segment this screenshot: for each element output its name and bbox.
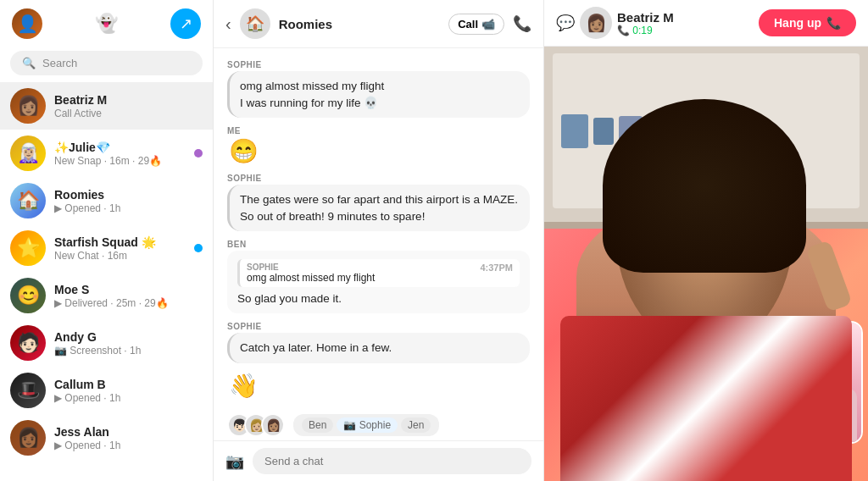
search-placeholder: Search bbox=[42, 57, 77, 69]
message-sender: BEN bbox=[227, 240, 530, 249]
contact-status: 📷 Screenshot · 1h bbox=[54, 345, 203, 357]
list-item[interactable]: 👩🏽 Beatriz M Call Active bbox=[0, 82, 213, 130]
search-bar[interactable]: 🔍 Search bbox=[10, 51, 203, 75]
message-bubble: SOPHIE 4:37PM omg almost missed my fligh… bbox=[227, 251, 530, 313]
sidebar-top: 👤 👻 ↗ bbox=[0, 0, 213, 47]
contact-name: Andy G bbox=[54, 330, 203, 344]
message-sender: SOPHIE bbox=[227, 174, 530, 183]
typer-labels: Ben 📷 Sophie Jen bbox=[293, 414, 439, 436]
chat-list: 👩🏽 Beatriz M Call Active 🧝🏼‍♀️ ✨Julie💎 N… bbox=[0, 82, 213, 481]
unread-badge bbox=[194, 149, 203, 158]
message-bubble: 😁 bbox=[227, 137, 530, 165]
list-item[interactable]: 👩🏾 Jess Alan ▶ Opened · 1h bbox=[0, 414, 213, 462]
message-bubble: Catch ya later. Home in a few. bbox=[227, 333, 530, 363]
messages-list: SOPHIE omg almost missed my flightI was … bbox=[214, 48, 543, 408]
message-group: ME 😁 bbox=[227, 126, 530, 165]
contact-name: Jess Alan bbox=[54, 425, 203, 439]
message-text: So glad you made it. bbox=[237, 292, 520, 305]
sidebar: 👤 👻 ↗ 🔍 Search 👩🏽 Beatriz M Call Active … bbox=[0, 0, 214, 481]
avatar: 👩🏽 bbox=[10, 88, 46, 124]
video-content: 📹 🎤 bbox=[544, 47, 868, 481]
message-group: SOPHIE omg almost missed my flightI was … bbox=[227, 60, 530, 118]
chat-input[interactable] bbox=[253, 448, 531, 474]
contact-status: New Chat · 16m bbox=[54, 250, 186, 262]
avatar: 😊 bbox=[10, 278, 46, 313]
message-sender: ME bbox=[227, 126, 530, 135]
message-bubble: omg almost missed my flightI was running… bbox=[227, 71, 530, 118]
list-item[interactable]: 🧝🏼‍♀️ ✨Julie💎 New Snap · 16m · 29🔥 bbox=[0, 130, 213, 177]
message-emoji: 👋 bbox=[229, 372, 530, 400]
chat-panel: ‹ 🏠 Roomies Call 📹 📞 SOPHIE omg almost m… bbox=[214, 0, 544, 481]
call-button[interactable]: Call 📹 bbox=[448, 14, 504, 35]
phone-icon[interactable]: 📞 bbox=[513, 14, 531, 33]
avatar: 🧝🏼‍♀️ bbox=[10, 135, 46, 171]
avatar: 👩🏾 bbox=[10, 420, 46, 456]
chat-header: ‹ 🏠 Roomies Call 📹 📞 bbox=[214, 0, 543, 48]
typer-avatar-jen: 👩🏽 bbox=[261, 413, 285, 437]
group-avatar: 🏠 bbox=[240, 8, 270, 39]
message-sender: SOPHIE bbox=[227, 60, 530, 69]
list-item[interactable]: 🧑🏻 Andy G 📷 Screenshot · 1h bbox=[0, 319, 213, 367]
avatar: 🎩 bbox=[10, 373, 46, 408]
contact-status: ▶ Opened · 1h bbox=[54, 440, 203, 451]
list-item[interactable]: 😊 Moe S ▶ Delivered · 25m · 29🔥 bbox=[0, 272, 213, 319]
typing-row: 👦🏻 👩🏼 👩🏽 Ben 📷 Sophie Jen bbox=[214, 408, 543, 440]
search-icon: 🔍 bbox=[22, 57, 36, 69]
contact-name: Starfish Squad 🌟 bbox=[54, 235, 186, 249]
video-contact-avatar: 👩🏽 bbox=[580, 7, 612, 39]
video-icon: 📹 bbox=[481, 18, 495, 30]
contact-name: Moe S bbox=[54, 283, 203, 296]
camera-icon[interactable]: 📷 bbox=[225, 452, 244, 471]
reply-block: SOPHIE 4:37PM omg almost missed my fligh… bbox=[237, 259, 520, 287]
list-item[interactable]: 🏠 Roomies ▶ Opened · 1h bbox=[0, 177, 213, 224]
message-group: SOPHIE The gates were so far apart and t… bbox=[227, 174, 530, 231]
contact-status: New Snap · 16m · 29🔥 bbox=[54, 155, 186, 167]
unread-badge bbox=[194, 244, 203, 252]
discover-icon[interactable]: ↗ bbox=[170, 8, 201, 39]
message-group: SOPHIE Catch ya later. Home in a few. bbox=[227, 322, 530, 363]
phone-end-icon: 📞 bbox=[826, 16, 841, 30]
reply-author: SOPHIE 4:37PM bbox=[247, 263, 513, 272]
reply-text: omg almost missed my flight bbox=[247, 272, 513, 284]
contact-name: Callum B bbox=[54, 378, 203, 391]
video-panel: 💬 👩🏽 Beatriz M 📞 0:19 Hang up 📞 bbox=[544, 0, 868, 481]
avatar: 🏠 bbox=[10, 183, 46, 218]
contact-status: Call Active bbox=[54, 108, 203, 119]
avatar: ⭐ bbox=[10, 230, 46, 266]
chat-bubble-icon[interactable]: 💬 bbox=[556, 14, 575, 32]
hang-up-label: Hang up bbox=[774, 16, 821, 30]
contact-name: Roomies bbox=[54, 188, 203, 202]
list-item[interactable]: ⭐ Starfish Squad 🌟 New Chat · 16m bbox=[0, 224, 213, 272]
ghost-icon: 👻 bbox=[95, 13, 118, 35]
user-avatar[interactable]: 👤 bbox=[12, 8, 42, 39]
chat-input-row: 📷 bbox=[214, 440, 543, 481]
call-label: Call bbox=[458, 18, 478, 30]
hang-up-button[interactable]: Hang up 📞 bbox=[759, 9, 856, 36]
contact-status: ▶ Opened · 1h bbox=[54, 392, 203, 404]
contact-name: Beatriz M bbox=[54, 93, 203, 107]
avatar: 🧑🏻 bbox=[10, 325, 46, 361]
message-sender: SOPHIE bbox=[227, 322, 530, 331]
message-group: 👋 bbox=[227, 372, 530, 400]
chat-title: Roomies bbox=[279, 17, 440, 31]
video-contact-name: Beatriz M bbox=[617, 10, 674, 25]
list-item[interactable]: 🎩 Callum B ▶ Opened · 1h bbox=[0, 367, 213, 414]
message-bubble: The gates were so far apart and this air… bbox=[227, 185, 530, 231]
contact-status: ▶ Delivered · 25m · 29🔥 bbox=[54, 297, 203, 309]
video-header: 💬 👩🏽 Beatriz M 📞 0:19 Hang up 📞 bbox=[544, 0, 868, 47]
video-call-status: 📞 0:19 bbox=[617, 25, 674, 36]
contact-name: ✨Julie💎 bbox=[54, 141, 186, 154]
back-button[interactable]: ‹ bbox=[225, 14, 231, 34]
contact-status: ▶ Opened · 1h bbox=[54, 202, 203, 214]
message-group: BEN SOPHIE 4:37PM omg almost missed my f… bbox=[227, 240, 530, 313]
